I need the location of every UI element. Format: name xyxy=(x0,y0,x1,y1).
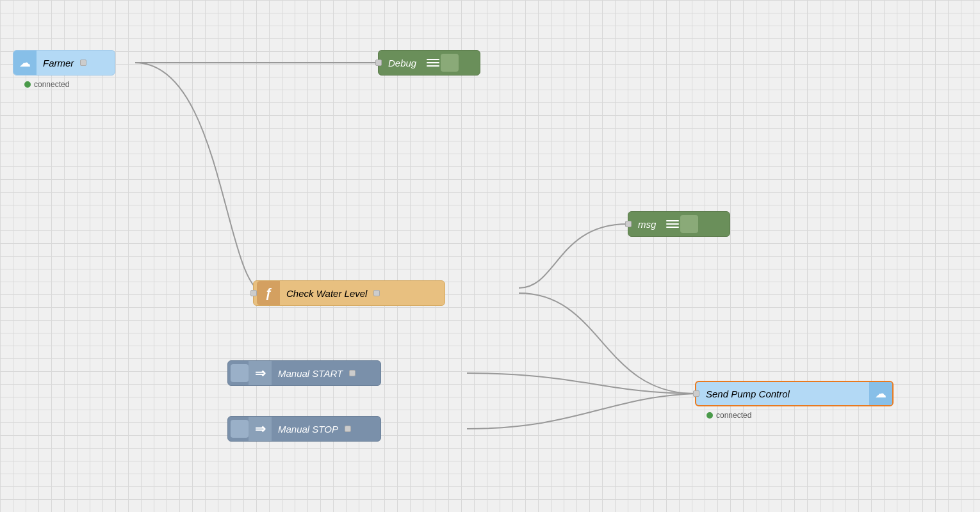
function-icon: ƒ xyxy=(257,281,280,305)
manual-start-btn[interactable] xyxy=(231,364,249,382)
debug-label: Debug xyxy=(382,58,423,68)
farmer-label: Farmer xyxy=(37,58,80,68)
cwl-label: Check Water Level xyxy=(280,288,373,299)
flow-canvas[interactable]: ☁ Farmer connected Debug ƒ Check Water L… xyxy=(0,0,980,512)
manual-start-node[interactable]: ⇒ Manual START xyxy=(227,360,381,386)
spc-connected-dot xyxy=(706,412,713,419)
farmer-node[interactable]: ☁ Farmer xyxy=(13,50,115,76)
manual-stop-node[interactable]: ⇒ Manual STOP xyxy=(227,416,381,442)
check-water-level-node[interactable]: ƒ Check Water Level xyxy=(253,280,445,306)
spc-status: connected xyxy=(706,411,751,420)
msg-node[interactable]: msg xyxy=(628,211,730,237)
msg-input-port[interactable] xyxy=(625,221,632,227)
farmer-connected-dot xyxy=(24,81,31,88)
debug-node[interactable]: Debug xyxy=(378,50,480,76)
inject-start-icon: ⇒ xyxy=(249,361,272,385)
connections-svg xyxy=(0,0,980,512)
spc-cloud-icon: ☁ xyxy=(869,382,892,405)
cwl-output-port[interactable] xyxy=(373,290,380,296)
manual-stop-output-port[interactable] xyxy=(345,426,351,432)
manual-stop-btn[interactable] xyxy=(231,420,249,438)
manual-start-output-port[interactable] xyxy=(349,370,355,376)
farmer-icon: ☁ xyxy=(13,51,37,75)
debug-toggle-btn[interactable] xyxy=(441,54,459,72)
farmer-output-port[interactable] xyxy=(80,60,86,66)
msg-lines-icon xyxy=(665,218,680,230)
msg-toggle-btn[interactable] xyxy=(680,215,698,233)
debug-input-port[interactable] xyxy=(375,60,382,66)
farmer-status: connected xyxy=(24,80,69,89)
inject-stop-icon: ⇒ xyxy=(249,417,272,441)
spc-input-port[interactable] xyxy=(693,390,699,397)
cwl-input-port[interactable] xyxy=(250,290,257,296)
send-pump-control-node[interactable]: Send Pump Control ☁ xyxy=(695,381,894,406)
spc-label: Send Pump Control xyxy=(699,388,796,399)
manual-stop-label: Manual STOP xyxy=(272,424,345,435)
manual-start-label: Manual START xyxy=(272,368,349,379)
debug-lines-icon xyxy=(425,56,441,69)
msg-label: msg xyxy=(632,219,662,230)
